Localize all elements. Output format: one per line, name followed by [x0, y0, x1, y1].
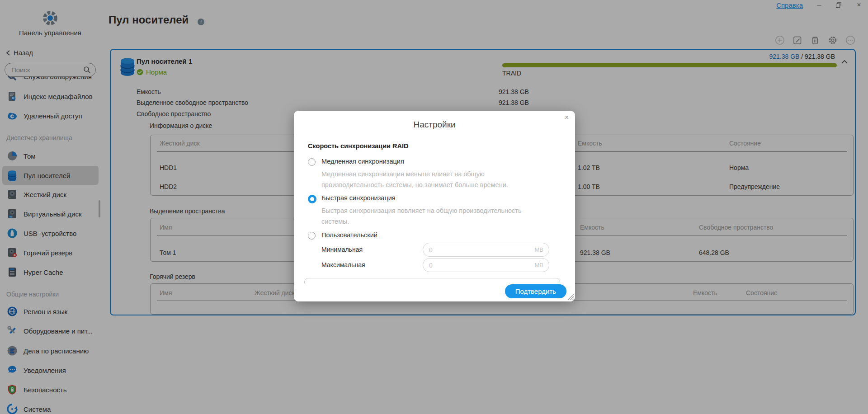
confirm-button[interactable]: Подтвердить	[505, 284, 566, 298]
max-speed-field: MB	[423, 258, 549, 272]
max-speed-unit: MB	[535, 262, 544, 268]
min-speed-field: MB	[423, 243, 549, 257]
radio-custom[interactable]	[308, 232, 316, 240]
max-speed-input[interactable]	[423, 262, 535, 269]
min-speed-input[interactable]	[423, 246, 535, 254]
max-speed-label: Максимальная	[321, 261, 365, 268]
modal-footer: Подтвердить	[294, 283, 575, 301]
raid-sync-speed-label: Скорость синхронизации RAID	[308, 142, 409, 150]
resize-grip[interactable]	[566, 293, 574, 301]
radio-fast-sync-label[interactable]: Быстрая синхронизация	[321, 194, 396, 202]
settings-modal: × Настройки Скорость синхронизации RAID …	[294, 111, 575, 301]
fast-sync-description: Быстрая синхронизация повлияет на общую …	[321, 205, 543, 227]
radio-slow-sync[interactable]	[308, 158, 316, 166]
radio-custom-label[interactable]: Пользовательский	[321, 231, 377, 239]
slow-sync-description: Медленная синхронизация меньше влияет на…	[321, 169, 543, 190]
min-speed-label: Минимальная	[321, 246, 363, 253]
radio-slow-sync-label[interactable]: Медленная синхронизация	[321, 158, 404, 165]
modal-title: Настройки	[294, 120, 575, 130]
radio-fast-sync[interactable]	[308, 195, 316, 203]
min-speed-unit: MB	[535, 246, 544, 253]
